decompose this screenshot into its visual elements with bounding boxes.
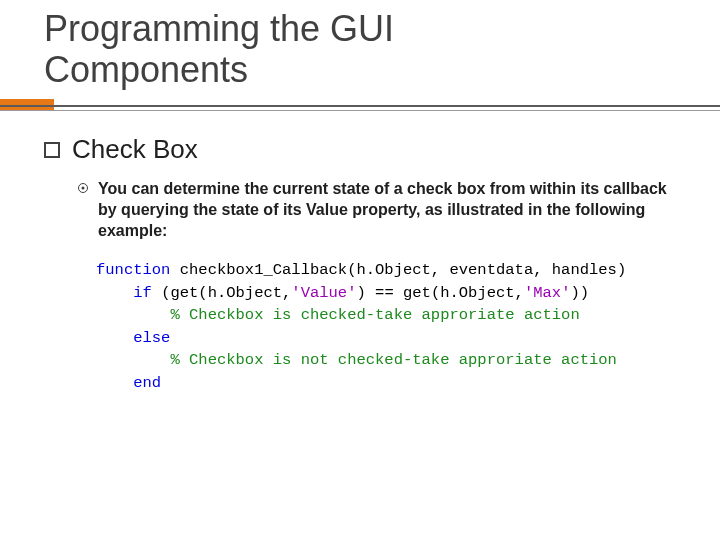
code-indent bbox=[96, 374, 133, 392]
list-item: Check Box bbox=[44, 134, 676, 165]
code-block: function checkbox1_Callback(h.Object, ev… bbox=[96, 259, 676, 394]
content-area: Check Box You can determine the current … bbox=[44, 134, 676, 394]
code-indent bbox=[96, 329, 133, 347]
title-line-1: Programming the GUI bbox=[44, 8, 394, 49]
section-heading: Check Box bbox=[72, 134, 198, 165]
code-keyword: if bbox=[133, 284, 152, 302]
code-keyword: function bbox=[96, 261, 170, 279]
code-text: (get(h.Object, bbox=[152, 284, 292, 302]
circle-dot-bullet-icon bbox=[78, 183, 88, 193]
slide-title: Programming the GUI Components bbox=[44, 8, 394, 91]
code-keyword: end bbox=[133, 374, 161, 392]
list-item: You can determine the current state of a… bbox=[78, 179, 676, 241]
code-indent bbox=[96, 284, 133, 302]
code-comment: % Checkbox is not checked-take approriat… bbox=[170, 351, 616, 369]
code-string: 'Value' bbox=[291, 284, 356, 302]
code-string: 'Max' bbox=[524, 284, 571, 302]
body-text: You can determine the current state of a… bbox=[98, 179, 676, 241]
code-keyword: else bbox=[133, 329, 170, 347]
rule-bottom bbox=[0, 110, 720, 111]
code-text: ) == get(h.Object, bbox=[356, 284, 523, 302]
slide: Programming the GUI Components Check Box… bbox=[0, 0, 720, 540]
code-comment: % Checkbox is checked-take approriate ac… bbox=[170, 306, 579, 324]
code-indent bbox=[96, 351, 170, 369]
square-bullet-icon bbox=[44, 142, 60, 158]
code-text: )) bbox=[570, 284, 589, 302]
rule-top bbox=[0, 105, 720, 107]
code-text: checkbox1_Callback(h.Object, eventdata, … bbox=[170, 261, 626, 279]
code-indent bbox=[96, 306, 170, 324]
title-line-2: Components bbox=[44, 49, 248, 90]
